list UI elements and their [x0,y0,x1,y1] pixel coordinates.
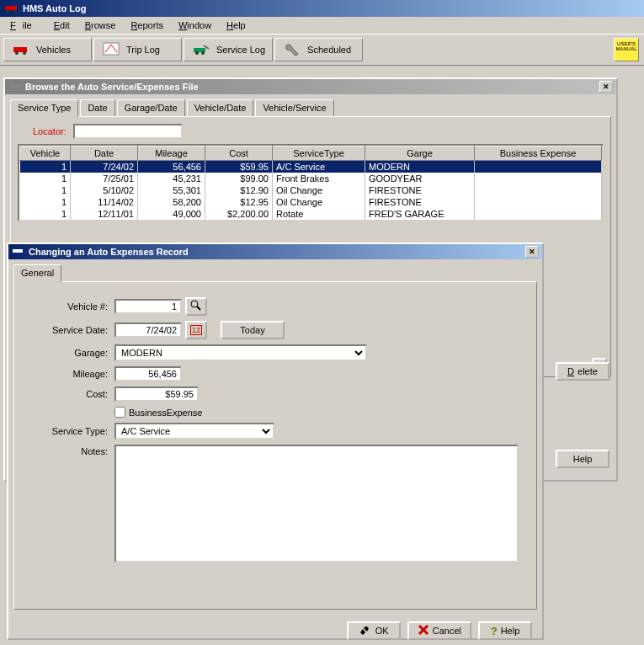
calendar-icon: 12 [190,325,202,335]
app-titlebar: HMS Auto Log [0,0,644,17]
car-icon [4,3,19,14]
col-servicetype[interactable]: ServiceType [273,147,365,161]
close-icon[interactable]: ✕ [599,81,613,93]
today-button[interactable]: Today [221,321,285,339]
locator-input[interactable] [73,124,183,139]
svg-point-1 [6,9,9,13]
calendar-button[interactable]: 12 [185,321,207,339]
ok-button[interactable]: OK [347,621,401,640]
tab-vehicleservice[interactable]: Vehicle/Service [255,99,333,116]
svg-rect-11 [13,249,23,253]
businessexpense-label: BusinessExpense [129,408,202,418]
svg-point-12 [191,301,198,307]
locator-label: Locator: [33,126,67,136]
menu-reports[interactable]: Reports [124,19,170,32]
businessexpense-checkbox[interactable] [114,407,125,418]
col-garage[interactable]: Garge [365,147,475,161]
tab-date[interactable]: Date [80,99,114,116]
tab-servicetype[interactable]: Service Type [10,99,78,117]
lookup-button[interactable] [185,297,207,316]
servicedate-input[interactable] [114,322,182,338]
close-icon[interactable]: ✕ [525,246,539,258]
col-bexp[interactable]: Business Expense [475,147,602,161]
col-cost[interactable]: Cost [205,147,273,161]
vehicle-input[interactable] [114,299,182,314]
notes-label: Notes: [26,445,114,456]
hand-ok-icon [359,624,372,637]
car-icon [8,82,22,92]
servicetype-label: Service Type: [26,426,114,436]
mileage-input[interactable] [114,366,182,381]
magnifier-icon [190,300,202,313]
tab-garagedate[interactable]: Garage/Date [117,99,185,116]
delete-button[interactable]: Delete [556,362,609,381]
service-grid[interactable]: Vehicle Date Mileage Cost ServiceType Ga… [18,144,604,221]
help-button[interactable]: ? Help [478,621,532,640]
garage-label: Garage: [26,348,114,358]
table-row[interactable]: 15/10/0255,301$12.90Oil ChangeFIRESTONE [20,184,602,196]
browse-tabs: Service Type Date Garage/Date Vehicle/Da… [10,99,611,116]
cost-input[interactable] [114,386,199,402]
car-icon [11,42,31,57]
x-icon [418,624,429,637]
col-vehicle[interactable]: Vehicle [20,147,71,161]
car-icon [12,247,25,257]
cancel-button[interactable]: Cancel [407,621,471,640]
edit-window-titlebar: Changing an Auto Expenses Record ✕ [8,244,542,259]
compass-icon [101,42,121,57]
servicetype-select[interactable]: A/C Service [114,423,274,440]
users-manual-button[interactable]: USER'SMANUAL [614,38,639,61]
toolbar-triplog[interactable]: Trip Log [93,38,182,61]
wrench-icon [282,42,302,57]
servicedate-label: Service Date: [26,325,114,335]
toolbar: Vehicles Trip Log Service Log Scheduled … [0,34,644,66]
cost-label: Cost: [26,389,114,399]
table-row[interactable]: 111/14/0258,200$12.95Oil ChangeFIRESTONE [20,196,602,208]
svg-rect-10 [9,84,19,88]
table-row[interactable]: 17/24/0256,456$59.95A/C ServiceMODERN [20,161,602,173]
toolbar-scheduled[interactable]: Scheduled [274,38,363,61]
col-date[interactable]: Date [71,147,138,161]
svg-point-9 [201,51,205,55]
table-row[interactable]: 17/25/0145,231$99.00Front BrakesGOODYEAR [20,173,602,184]
tab-general[interactable]: General [13,264,61,282]
svg-point-2 [13,9,16,13]
browse-window-titlebar: Browse the Auto Service/Expenses File ✕ [5,79,616,94]
question-icon: ? [491,625,498,637]
menu-browse[interactable]: Browse [78,19,123,32]
toolbar-servicelog[interactable]: Service Log [184,38,273,61]
menu-window[interactable]: Window [172,19,218,32]
mileage-label: Mileage: [26,369,114,379]
edit-window: Changing an Auto Expenses Record ✕ Gener… [7,243,544,640]
tab-vehicledate[interactable]: Vehicle/Date [187,99,254,116]
garage-select[interactable]: MODERN [114,344,367,361]
vehicle-label: Vehicle #: [26,301,114,312]
col-mileage[interactable]: Mileage [138,147,205,161]
table-row[interactable]: 112/11/0149,000$2,200.00RotateFRED'S GAR… [20,208,602,220]
wrench-car-icon [191,42,211,57]
svg-point-5 [23,51,26,55]
menu-help[interactable]: Help [220,19,253,32]
svg-point-8 [195,51,199,55]
app-title: HMS Auto Log [23,3,86,13]
help-button[interactable]: Help [556,450,609,468]
svg-point-4 [15,51,19,55]
menubar: File Edit Browse Reports Window Help [0,17,644,34]
menu-edit[interactable]: Edit [47,19,77,32]
notes-textarea[interactable] [114,445,519,562]
toolbar-vehicles[interactable]: Vehicles [3,38,92,61]
svg-line-13 [197,307,200,310]
menu-file[interactable]: File [3,19,45,32]
